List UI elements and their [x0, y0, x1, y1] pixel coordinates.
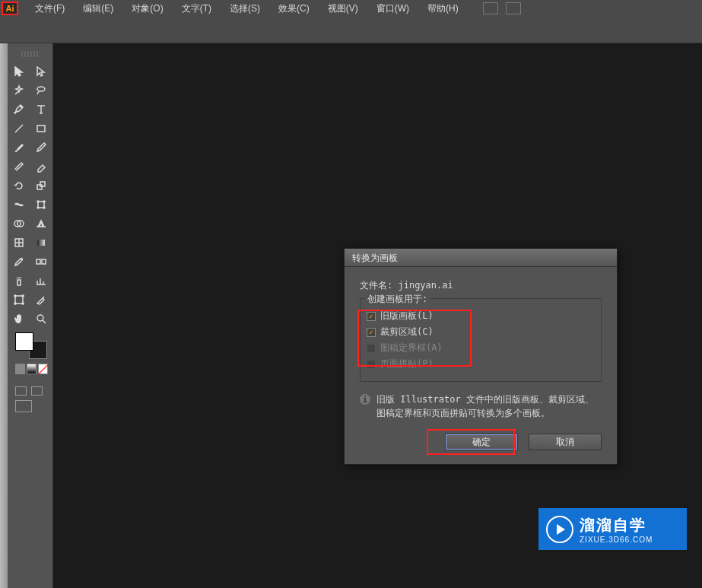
svg-rect-16 — [15, 296, 23, 304]
label-legacy-artboard: 旧版画板(L) — [380, 310, 434, 323]
pen-tool[interactable] — [8, 100, 30, 119]
fill-color-swatch[interactable] — [15, 332, 33, 351]
scale-tool[interactable] — [30, 176, 53, 195]
menu-object[interactable]: 对象(O) — [122, 0, 172, 17]
type-tool[interactable] — [30, 100, 53, 119]
info-row: i 旧版 Illustrator 文件中的旧版画板、裁剪区域、图稿定界框和页面拼… — [360, 393, 602, 420]
create-artboard-fieldset: 创建画板用于: 旧版画板(L) 裁剪区域(C) 图稿定界框(A) 页面拼贴(P) — [360, 298, 602, 382]
filename-row: 文件名: jingyan.ai — [360, 279, 602, 292]
play-icon — [546, 516, 573, 543]
svg-point-6 — [43, 201, 45, 202]
screen-mode-icon[interactable] — [15, 400, 32, 412]
app-logo-icon: Ai — [2, 2, 18, 15]
artboard-tool[interactable] — [8, 290, 30, 309]
hand-tool[interactable] — [8, 309, 30, 328]
svg-rect-15 — [17, 280, 21, 285]
direct-selection-tool[interactable] — [30, 62, 53, 81]
svg-rect-1 — [37, 126, 45, 132]
slice-tool[interactable] — [30, 290, 53, 309]
eyedropper-tool[interactable] — [8, 252, 30, 271]
svg-point-0 — [37, 87, 45, 91]
eraser-tool[interactable] — [30, 157, 53, 176]
tools-panel — [8, 43, 53, 588]
convert-artboard-dialog: 转换为画板 文件名: jingyan.ai 创建画板用于: 旧版画板(L) 裁剪… — [344, 248, 618, 465]
blend-tool[interactable] — [30, 252, 53, 271]
svg-point-8 — [43, 207, 45, 208]
workspace-selector-icon[interactable] — [506, 2, 521, 14]
svg-rect-13 — [37, 259, 40, 264]
document-tab-bar — [0, 17, 702, 43]
ok-button[interactable]: 确定 — [445, 434, 518, 450]
panel-grip-icon[interactable] — [21, 51, 39, 57]
lasso-tool[interactable] — [30, 81, 53, 100]
dialog-title: 转换为画板 — [345, 249, 617, 267]
color-mode-solid[interactable] — [15, 364, 25, 374]
checkbox-page-tiling — [367, 360, 376, 369]
menu-view[interactable]: 视图(V) — [319, 0, 367, 17]
svg-rect-14 — [42, 259, 46, 264]
checkbox-crop-area[interactable] — [367, 328, 376, 337]
checkbox-bounding-box — [367, 344, 376, 353]
svg-point-17 — [37, 315, 43, 321]
menu-select[interactable]: 选择(S) — [221, 0, 269, 17]
watermark: 溜溜自学 ZIXUE.3D66.COM — [538, 508, 687, 550]
layout-selector-icon[interactable] — [483, 2, 498, 14]
menu-bar: Ai 文件(F) 编辑(E) 对象(O) 文字(T) 选择(S) 效果(C) 视… — [0, 0, 702, 17]
menu-file[interactable]: 文件(F) — [26, 0, 74, 17]
menu-type[interactable]: 文字(T) — [173, 0, 221, 17]
paintbrush-tool[interactable] — [8, 138, 30, 157]
rectangle-tool[interactable] — [30, 119, 53, 138]
selection-tool[interactable] — [8, 62, 30, 81]
draw-normal-icon[interactable] — [15, 386, 27, 396]
gradient-tool[interactable] — [30, 233, 53, 252]
color-mode-gradient[interactable] — [27, 364, 37, 374]
menu-window[interactable]: 窗口(W) — [367, 0, 418, 17]
info-text: 旧版 Illustrator 文件中的旧版画板、裁剪区域、图稿定界框和页面拼贴可… — [376, 393, 602, 420]
pencil-tool[interactable] — [30, 138, 53, 157]
label-bounding-box: 图稿定界框(A) — [380, 342, 443, 354]
svg-rect-2 — [37, 185, 42, 189]
panel-scrollbar[interactable] — [0, 43, 8, 588]
watermark-title: 溜溜自学 — [580, 515, 653, 536]
filename-label: 文件名: — [360, 280, 392, 291]
checkbox-legacy-artboard[interactable] — [367, 312, 376, 321]
fieldset-legend: 创建画板用于: — [365, 293, 430, 306]
symbol-sprayer-tool[interactable] — [8, 271, 30, 290]
width-tool[interactable] — [8, 195, 30, 214]
svg-point-5 — [37, 201, 39, 202]
rotate-tool[interactable] — [8, 176, 30, 195]
menu-effect[interactable]: 效果(C) — [269, 0, 319, 17]
info-icon: i — [360, 394, 370, 405]
mesh-tool[interactable] — [8, 233, 30, 252]
free-transform-tool[interactable] — [30, 195, 53, 214]
svg-rect-3 — [40, 182, 45, 186]
svg-rect-12 — [37, 240, 45, 246]
svg-point-7 — [37, 207, 39, 208]
filename-value: jingyan.ai — [398, 280, 453, 291]
menu-edit[interactable]: 编辑(E) — [74, 0, 122, 17]
draw-behind-icon[interactable] — [31, 386, 43, 396]
line-tool[interactable] — [8, 119, 30, 138]
color-mode-none[interactable] — [38, 364, 48, 374]
color-swatch-area — [8, 328, 52, 379]
label-crop-area: 裁剪区域(C) — [380, 326, 434, 338]
zoom-tool[interactable] — [30, 309, 53, 328]
cancel-button[interactable]: 取消 — [529, 434, 602, 450]
shape-builder-tool[interactable] — [8, 214, 30, 233]
column-graph-tool[interactable] — [30, 271, 53, 290]
perspective-grid-tool[interactable] — [30, 214, 53, 233]
label-page-tiling: 页面拼贴(P) — [380, 358, 434, 370]
blob-brush-tool[interactable] — [8, 157, 30, 176]
magic-wand-tool[interactable] — [8, 81, 30, 100]
watermark-subtitle: ZIXUE.3D66.COM — [580, 536, 653, 544]
menu-help[interactable]: 帮助(H) — [418, 0, 468, 17]
